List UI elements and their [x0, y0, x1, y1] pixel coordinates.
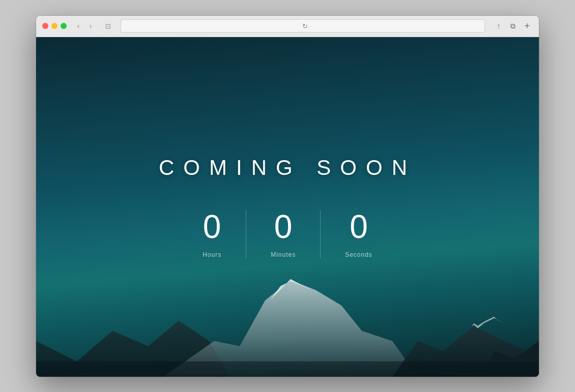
seconds-value: 0 [350, 210, 368, 243]
countdown-container: 0 Hours 0 Minutes 0 Seconds [178, 210, 397, 258]
page-title: COMING SOON [159, 156, 416, 180]
minimize-button[interactable] [51, 23, 58, 29]
back-button[interactable]: ‹ [73, 20, 84, 32]
countdown-seconds: 0 Seconds [321, 210, 397, 258]
nav-buttons: ‹ › [73, 20, 96, 32]
countdown-minutes: 0 Minutes [246, 210, 321, 258]
maximize-button[interactable] [61, 23, 67, 29]
tabs-button[interactable]: ⧉ [507, 20, 519, 32]
traffic-lights [42, 23, 67, 29]
countdown-hours: 0 Hours [178, 210, 246, 258]
hours-label: Hours [203, 251, 221, 258]
hours-value: 0 [203, 210, 221, 243]
close-button[interactable] [42, 23, 48, 29]
view-button[interactable]: ⊡ [102, 20, 113, 32]
seconds-label: Seconds [345, 251, 372, 258]
share-icon: ↑ [497, 22, 501, 30]
forward-button[interactable]: › [85, 20, 96, 32]
browser-window: ‹ › ⊡ ↻ ↑ ⧉ + [36, 16, 539, 377]
browser-toolbar: ‹ › ⊡ ↻ ↑ ⧉ + [36, 16, 539, 37]
new-tab-button[interactable]: + [522, 20, 533, 32]
view-icon: ⊡ [105, 22, 111, 30]
forward-icon: › [90, 22, 92, 30]
minutes-label: Minutes [271, 251, 296, 258]
add-icon: + [525, 21, 530, 32]
content-overlay: COMING SOON 0 Hours 0 Minutes 0 Seconds [36, 37, 539, 377]
refresh-icon: ↻ [302, 22, 308, 30]
minutes-value: 0 [274, 210, 293, 243]
share-button[interactable]: ↑ [493, 20, 504, 32]
toolbar-actions: ↑ ⧉ + [493, 20, 533, 32]
website-content: COMING SOON 0 Hours 0 Minutes 0 Seconds [36, 37, 539, 377]
address-bar[interactable]: ↻ [121, 19, 485, 33]
tabs-icon: ⧉ [510, 22, 515, 31]
back-icon: ‹ [77, 22, 80, 30]
